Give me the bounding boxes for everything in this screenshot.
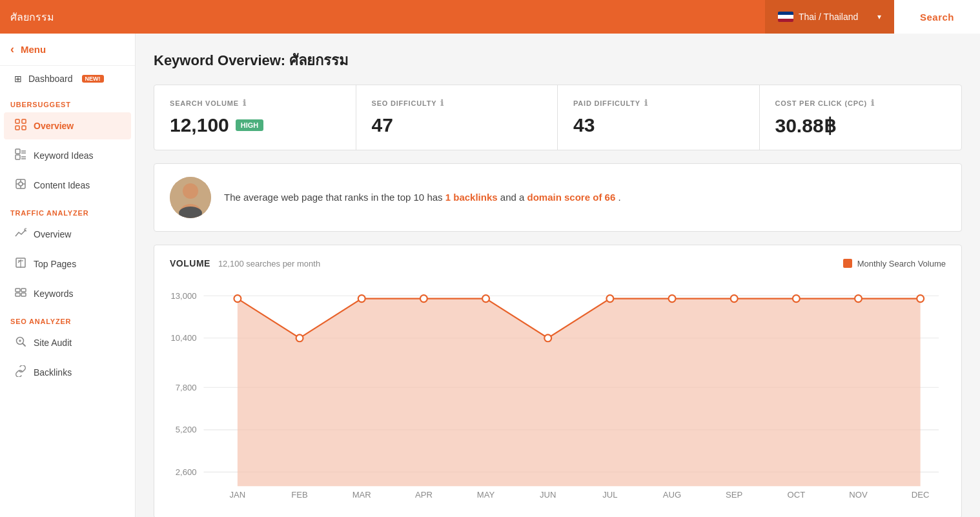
top-bar: Thai / Thailand ▾ Search: [0, 0, 980, 34]
sidebar-item-content-ideas[interactable]: Content Ideas: [4, 172, 131, 199]
backlinks-icon: [14, 365, 27, 380]
svg-point-44: [358, 295, 365, 302]
chevron-down-icon: ▾: [877, 12, 881, 21]
svg-rect-4: [15, 149, 20, 154]
info-banner-text: The average web page that ranks in the t…: [224, 190, 621, 205]
seo-difficulty-info-icon[interactable]: ℹ: [440, 98, 444, 108]
svg-text:JUL: JUL: [602, 490, 617, 500]
chevron-left-icon: ‹: [10, 43, 14, 56]
svg-text:MAR: MAR: [352, 490, 371, 500]
svg-rect-1: [22, 119, 26, 123]
svg-rect-2: [15, 126, 19, 130]
svg-point-48: [606, 295, 613, 302]
menu-toggle[interactable]: ‹ Menu: [0, 34, 135, 66]
thai-flag-icon: [778, 12, 793, 22]
seo-section-label: SEO ANALYZER: [0, 309, 135, 328]
info-banner: The average web page that ranks in the t…: [154, 163, 962, 232]
keyword-ideas-icon: [14, 148, 27, 163]
cpc-value: 30.88฿: [775, 114, 946, 137]
chart-title: Volume: [170, 258, 210, 269]
sidebar-item-overview[interactable]: Overview: [4, 112, 131, 139]
search-volume-info-icon[interactable]: ℹ: [243, 98, 247, 108]
svg-text:NOV: NOV: [849, 490, 868, 500]
chart-container: 13,000 10,400 7,800 5,200 2,600: [170, 279, 946, 505]
svg-point-43: [296, 334, 303, 341]
svg-point-46: [482, 295, 489, 302]
metric-card-paid-difficulty: PAID DIFFICULTY ℹ 43: [558, 85, 760, 150]
svg-point-42: [234, 295, 241, 302]
paid-difficulty-label: PAID DIFFICULTY ℹ: [573, 98, 744, 108]
svg-point-50: [731, 295, 738, 302]
sidebar-item-keywords-label: Keywords: [34, 289, 73, 299]
svg-text:10,400: 10,400: [170, 333, 196, 343]
volume-chart: 13,000 10,400 7,800 5,200 2,600: [170, 279, 946, 505]
cpc-info-icon[interactable]: ℹ: [871, 98, 875, 108]
sidebar-item-keyword-ideas[interactable]: Keyword Ideas: [4, 142, 131, 169]
info-text-suffix: .: [618, 192, 620, 203]
site-audit-icon: [14, 336, 27, 350]
sidebar-item-traffic-overview[interactable]: Overview: [4, 221, 131, 248]
svg-text:OCT: OCT: [788, 490, 806, 500]
dashboard-label: Dashboard: [28, 74, 73, 84]
paid-difficulty-value: 43: [573, 114, 744, 136]
svg-rect-22: [21, 293, 26, 296]
seo-difficulty-value: 47: [372, 114, 542, 136]
sidebar: ‹ Menu ⊞ Dashboard NEW! UBERSUGGEST Over…: [0, 34, 136, 517]
paid-difficulty-info-icon[interactable]: ℹ: [644, 98, 648, 108]
traffic-section-label: TRAFFIC ANALYZER: [0, 200, 135, 219]
svg-text:APR: APR: [415, 490, 433, 500]
sidebar-item-top-pages[interactable]: Top Pages: [4, 250, 131, 278]
chart-legend: Monthly Search Volume: [843, 259, 946, 269]
legend-color-box: [843, 259, 852, 268]
svg-rect-7: [15, 155, 20, 159]
search-input[interactable]: [10, 11, 755, 23]
avatar: [170, 177, 211, 218]
svg-text:5,200: 5,200: [176, 425, 197, 434]
new-badge: NEW!: [82, 75, 104, 83]
svg-rect-20: [21, 289, 26, 292]
search-volume-label: SEARCH VOLUME ℹ: [170, 98, 340, 108]
language-label: Thai / Thailand: [799, 12, 858, 22]
overview-icon: [14, 119, 27, 133]
info-text-prefix: The average web page that ranks in the t…: [224, 192, 445, 203]
top-pages-icon: [14, 257, 27, 271]
chart-header: Volume 12,100 searches per month Monthly…: [170, 258, 946, 269]
svg-rect-0: [15, 119, 19, 123]
svg-point-45: [420, 295, 427, 302]
sidebar-item-backlinks-label: Backlinks: [34, 367, 72, 378]
domain-score: domain score of 66: [527, 192, 616, 203]
svg-marker-41: [238, 299, 921, 487]
svg-rect-19: [15, 289, 20, 292]
svg-text:7,800: 7,800: [176, 383, 197, 392]
svg-point-51: [793, 295, 800, 302]
sidebar-item-site-audit-label: Site Audit: [34, 338, 72, 348]
sidebar-item-keywords[interactable]: Keywords: [4, 280, 131, 307]
metric-card-seo-difficulty: SEO DIFFICULTY ℹ 47: [356, 85, 558, 150]
search-button[interactable]: Search: [894, 0, 980, 34]
svg-point-49: [669, 295, 676, 302]
svg-text:FEB: FEB: [291, 490, 308, 500]
svg-point-11: [19, 182, 23, 186]
sidebar-item-dashboard[interactable]: ⊞ Dashboard NEW!: [4, 67, 131, 90]
metric-cards: SEARCH VOLUME ℹ 12,100 HIGH SEO DIFFICUL…: [154, 85, 962, 150]
sidebar-item-top-pages-label: Top Pages: [34, 259, 76, 269]
svg-rect-21: [15, 293, 20, 296]
svg-text:JAN: JAN: [230, 490, 246, 500]
dashboard-icon: ⊞: [14, 74, 22, 84]
search-input-wrap[interactable]: [0, 0, 765, 34]
high-badge: HIGH: [236, 119, 264, 131]
sidebar-item-overview-label: Overview: [34, 121, 74, 131]
cpc-label: COST PER CLICK (CPC) ℹ: [775, 98, 946, 108]
language-selector[interactable]: Thai / Thailand ▾: [765, 0, 894, 34]
svg-text:13,000: 13,000: [170, 291, 196, 301]
sidebar-item-keyword-ideas-label: Keyword Ideas: [34, 150, 94, 161]
svg-text:SEP: SEP: [726, 490, 742, 500]
traffic-overview-icon: [14, 227, 27, 241]
main-content: Keyword Overview: ศัลยกรรม SEARCH VOLUME…: [136, 34, 980, 517]
sidebar-item-backlinks[interactable]: Backlinks: [4, 359, 131, 386]
menu-label: Menu: [21, 44, 46, 55]
svg-text:DEC: DEC: [912, 490, 930, 500]
svg-text:AUG: AUG: [663, 490, 681, 500]
sidebar-item-site-audit[interactable]: Site Audit: [4, 329, 131, 356]
svg-text:MAY: MAY: [477, 490, 495, 500]
